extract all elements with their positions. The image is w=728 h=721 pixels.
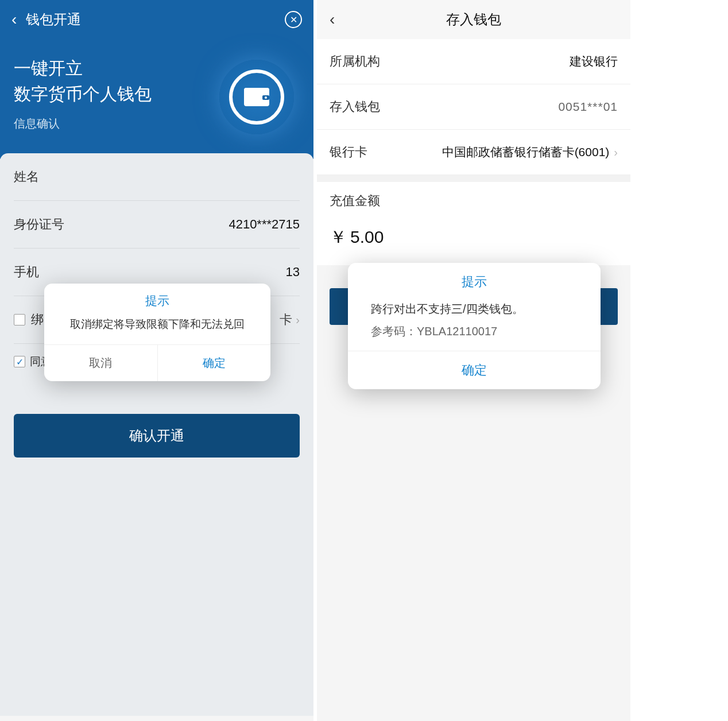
- phone-label: 手机: [14, 263, 77, 281]
- close-icon[interactable]: ✕: [285, 11, 302, 28]
- ref-code: YBLA12110017: [417, 325, 497, 338]
- row-name[interactable]: 姓名: [14, 153, 300, 201]
- currency-symbol: ￥: [330, 227, 347, 246]
- info-list: 所属机构 建设银行 存入钱包 0051***01 银行卡 中国邮政储蓄银行储蓄卡…: [317, 39, 630, 175]
- hero-banner: 一键开立 数字货币个人钱包 信息确认: [0, 39, 313, 159]
- header: ‹ 存入钱包: [317, 0, 630, 39]
- back-icon[interactable]: ‹: [11, 10, 17, 29]
- wallet-icon: [243, 86, 270, 108]
- page-title: 存入钱包: [446, 10, 501, 29]
- agree-checkbox[interactable]: ✓: [14, 356, 25, 367]
- row-org[interactable]: 所属机构 建设银行: [317, 39, 630, 84]
- card-value: 中国邮政储蓄银行储蓄卡(6001): [367, 144, 609, 160]
- dialog-message: 取消绑定将导致限额下降和无法兑回: [44, 315, 270, 344]
- ok-button[interactable]: 确定: [158, 345, 271, 381]
- amount-value: 5.00: [350, 227, 384, 246]
- back-icon[interactable]: ‹: [330, 10, 335, 29]
- deposit-wallet-value: 0051***01: [380, 100, 618, 114]
- dialog-title: 提示: [348, 263, 601, 297]
- hero-line1: 一键开立: [14, 59, 83, 77]
- chevron-right-icon: ›: [614, 146, 618, 159]
- form-panel: 姓名 身份证号 4210***2715 手机 13 绑 卡 › ✓ 同意 《开通…: [0, 153, 313, 716]
- id-value: 4210***2715: [77, 217, 300, 232]
- section-divider: [317, 175, 630, 182]
- alert-dialog: 提示 取消绑定将导致限额下降和无法兑回 取消 确定: [44, 284, 270, 381]
- amount-value-row[interactable]: ￥5.00: [317, 212, 630, 265]
- dialog-message: 跨行对出不支持三/四类钱包。: [348, 297, 601, 324]
- deposit-wallet-label: 存入钱包: [330, 98, 380, 115]
- cancel-button[interactable]: 取消: [44, 345, 158, 381]
- bind-prefix-label: 绑: [31, 311, 44, 328]
- svg-rect-1: [244, 88, 269, 92]
- row-deposit-wallet[interactable]: 存入钱包 0051***01: [317, 84, 630, 130]
- dialog-buttons: 取消 确定: [44, 344, 270, 381]
- alert-dialog: 提示 跨行对出不支持三/四类钱包。 参考码：YBLA12110017 确定: [348, 263, 601, 389]
- card-label: 银行卡: [330, 144, 367, 161]
- header: ‹ 钱包开通 ✕: [0, 0, 313, 39]
- ref-label: 参考码：: [371, 325, 417, 338]
- chevron-right-icon: ›: [296, 313, 300, 327]
- row-bank-card[interactable]: 银行卡 中国邮政储蓄银行储蓄卡(6001) ›: [317, 130, 630, 175]
- screen-deposit-wallet: ‹ 存入钱包 所属机构 建设银行 存入钱包 0051***01 银行卡 中国邮政…: [317, 0, 630, 721]
- org-value: 建设银行: [380, 53, 618, 69]
- bind-checkbox[interactable]: [14, 314, 25, 325]
- name-label: 姓名: [14, 168, 77, 185]
- screen-wallet-open: ‹ 钱包开通 ✕ 一键开立 数字货币个人钱包 信息确认 姓名 身: [0, 0, 313, 721]
- amount-label: 充值金额: [317, 182, 630, 212]
- svg-point-3: [265, 96, 267, 99]
- wallet-badge-icon: [219, 60, 294, 134]
- org-label: 所属机构: [330, 53, 380, 70]
- row-id[interactable]: 身份证号 4210***2715: [14, 201, 300, 249]
- phone-value: 13: [77, 265, 300, 280]
- id-label: 身份证号: [14, 216, 77, 233]
- hero-line2: 数字货币个人钱包: [14, 84, 152, 103]
- dialog-title: 提示: [44, 284, 270, 315]
- dialog-reference: 参考码：YBLA12110017: [348, 324, 601, 351]
- ok-button[interactable]: 确定: [348, 351, 601, 389]
- confirm-open-button[interactable]: 确认开通: [14, 414, 300, 458]
- page-title: 钱包开通: [26, 10, 285, 29]
